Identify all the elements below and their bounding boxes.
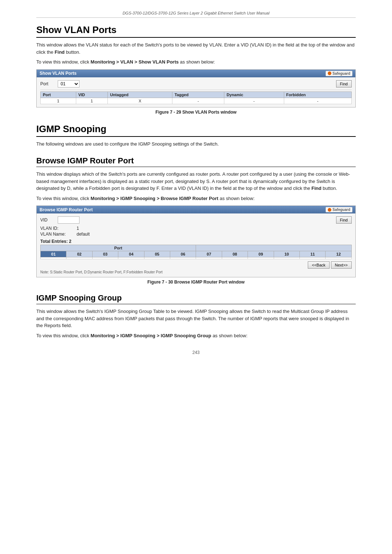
port-data-12	[326, 257, 352, 259]
back-button[interactable]: <<Back	[308, 261, 329, 269]
cell-port: 1	[41, 98, 76, 104]
show-vlan-ports-body2: To view this window, click Monitoring > …	[36, 58, 356, 66]
browse-igmp-router-port-section: Browse IGMP Router Port This window disp…	[36, 156, 356, 285]
note-text: Note: S:Static Router Port, D:Dynamic Ro…	[40, 270, 352, 274]
port-header-row: Port	[41, 245, 352, 251]
port-data-08	[222, 257, 248, 259]
show-vlan-ports-title: Show VLAN Ports	[36, 24, 356, 38]
show-vlan-ports-body1: This window allows the VLAN status for e…	[36, 41, 356, 56]
port-numbers-row: 01 02 03 04 05 06 07 08 09 10 11 12	[41, 251, 352, 257]
port-col-08: 08	[222, 251, 248, 257]
panel-title-igmp: Browse IGMP Router Port	[40, 207, 93, 212]
vlan-name-row: VLAN Name: default	[40, 232, 352, 237]
port-data-03	[92, 257, 118, 259]
igmp-snooping-title: IGMP Snooping	[36, 123, 356, 137]
cell-dynamic: -	[224, 98, 284, 104]
browse-igmp-panel: Browse IGMP Router Port Safeguard VID Fi…	[36, 205, 356, 277]
port-data-11	[300, 257, 326, 259]
port-data-06	[170, 257, 196, 259]
port-col-11: 11	[300, 251, 326, 257]
nav-buttons: <<Back Next>>	[40, 261, 352, 269]
col-untagged: Untagged	[108, 91, 172, 98]
vlan-name-value: default	[77, 232, 90, 237]
port-header-spacer	[196, 245, 352, 251]
igmp-snooping-body: The following windows are used to config…	[36, 140, 356, 148]
port-col-05: 05	[144, 251, 170, 257]
port-col-06: 06	[170, 251, 196, 257]
port-data-04	[118, 257, 144, 259]
vid-controls: VID Find	[40, 216, 352, 224]
cell-forbidden: -	[284, 98, 351, 104]
browse-igmp-panel-header: Browse IGMP Router Port Safeguard	[37, 206, 355, 213]
port-col-12: 12	[326, 251, 352, 257]
cell-untagged: X	[108, 98, 172, 104]
port-select[interactable]: 01	[58, 80, 79, 87]
next-button[interactable]: Next>>	[331, 261, 352, 269]
port-header-label: Port	[41, 245, 196, 251]
col-vid: VID	[76, 91, 107, 98]
port-col-01: 01	[41, 251, 66, 257]
port-col-07: 07	[196, 251, 222, 257]
find-button-vlan[interactable]: Find	[336, 80, 352, 87]
browse-igmp-body2: To view this window, click Monitoring > …	[36, 195, 356, 202]
browse-igmp-panel-body: VID Find VLAN ID: 1 VLAN Name: default T…	[37, 213, 355, 277]
port-data-row	[41, 257, 352, 259]
vlan-name-label: VLAN Name:	[40, 232, 77, 237]
browse-igmp-router-port-title: Browse IGMP Router Port	[36, 156, 356, 167]
vlan-id-row: VLAN ID: 1	[40, 226, 352, 231]
port-col-09: 09	[248, 251, 274, 257]
vid-label: VID	[40, 217, 55, 223]
igmp-snooping-group-body1: This window allows the Switch's IGMP Sno…	[36, 308, 356, 329]
igmp-snooping-group-body2: To view this window, click Monitoring > …	[36, 332, 356, 339]
col-forbidden: Forbidden	[284, 91, 351, 98]
panel-title-show-vlan: Show VLAN Ports	[40, 71, 77, 76]
port-data-01	[41, 257, 66, 259]
port-col-02: 02	[66, 251, 92, 257]
figure-caption-igmp: Figure 7 - 30 Browse IGMP Router Port wi…	[36, 280, 356, 285]
vlan-id-label: VLAN ID:	[40, 226, 77, 231]
port-table: Port 01 02 03 04 05 06 07 08 09	[40, 245, 352, 259]
safeguard-icon-igmp	[328, 208, 331, 212]
browse-igmp-body1: This window displays which of the Switch…	[36, 171, 356, 192]
col-port: Port	[41, 91, 76, 98]
show-vlan-ports-panel-header: Show VLAN Ports Safeguard	[37, 70, 355, 77]
safeguard-badge-igmp: Safeguard	[326, 207, 352, 212]
cell-vid: 1	[76, 98, 107, 104]
show-vlan-ports-panel: Show VLAN Ports Safeguard Port 01 Find	[36, 69, 356, 107]
table-row: 1 1 X - - -	[41, 98, 352, 104]
port-col-03: 03	[92, 251, 118, 257]
safeguard-icon	[328, 72, 331, 75]
port-label: Port	[40, 81, 55, 86]
page-number: 243	[36, 350, 356, 355]
igmp-snooping-section: IGMP Snooping The following windows are …	[36, 123, 356, 148]
port-data-09	[248, 257, 274, 259]
show-vlan-ports-controls: Port 01 Find	[40, 80, 352, 87]
igmp-snooping-group-title: IGMP Snooping Group	[36, 293, 356, 304]
table-header-row: Port VID Untagged Tagged Dynamic Forbidd…	[41, 91, 352, 98]
vlan-id-value: 1	[77, 226, 79, 231]
doc-header: DGS-3700-12/DGS-3700-12G Series Layer 2 …	[36, 7, 356, 18]
cell-tagged: -	[172, 98, 224, 104]
port-col-04: 04	[118, 251, 144, 257]
figure-caption-vlan: Figure 7 - 29 Show VLAN Ports window	[36, 110, 356, 115]
show-vlan-ports-section: Show VLAN Ports This window allows the V…	[36, 24, 356, 115]
find-button-igmp[interactable]: Find	[336, 216, 352, 224]
show-vlan-ports-table: Port VID Untagged Tagged Dynamic Forbidd…	[40, 91, 352, 104]
safeguard-badge: Safeguard	[326, 71, 352, 76]
port-col-10: 10	[274, 251, 299, 257]
port-data-05	[144, 257, 170, 259]
divider	[40, 90, 352, 90]
igmp-snooping-group-section: IGMP Snooping Group This window allows t…	[36, 293, 356, 339]
col-tagged: Tagged	[172, 91, 224, 98]
port-data-02	[66, 257, 92, 259]
port-data-07	[196, 257, 222, 259]
total-entries: Total Entries: 2	[40, 239, 352, 244]
col-dynamic: Dynamic	[224, 91, 284, 98]
show-vlan-ports-panel-body: Port 01 Find Port VID Untagged Tagged	[37, 77, 355, 107]
vid-input[interactable]	[58, 216, 79, 224]
port-data-10	[274, 257, 299, 259]
